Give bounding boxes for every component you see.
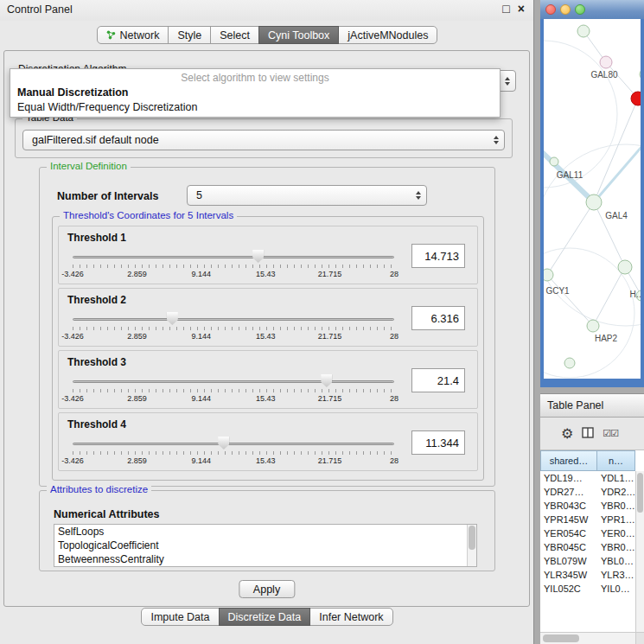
slider-track[interactable] — [73, 256, 394, 258]
table-header-row: shared… n… — [540, 450, 644, 471]
table-row[interactable]: YBR045CYBR0… — [540, 540, 635, 554]
slider-track[interactable] — [73, 443, 394, 445]
tab-style[interactable]: Style — [168, 26, 211, 44]
scrollbar-thumb[interactable] — [469, 526, 475, 550]
network-node[interactable] — [618, 260, 632, 274]
network-window-titlebar[interactable] — [540, 0, 644, 19]
threshold-value-input[interactable] — [411, 244, 465, 268]
threshold-value-input[interactable] — [411, 430, 465, 455]
network-node[interactable] — [577, 25, 590, 37]
tab-discretize-data[interactable]: Discretize Data — [219, 608, 311, 626]
dropdown-hint: Select algorithm to view settings — [10, 69, 500, 85]
minimize-icon[interactable]: □ — [502, 2, 509, 16]
attributes-list[interactable]: SelfLoopsTopologicalCoefficientBetweenne… — [54, 524, 477, 567]
slider-tick-label: 2.859 — [127, 270, 147, 278]
slider-tick-label: -3.426 — [61, 332, 84, 341]
slider-track[interactable] — [73, 318, 394, 321]
attributes-list-scrollbar[interactable] — [467, 525, 476, 566]
slider-thumb[interactable] — [218, 437, 229, 450]
slider-thumb[interactable] — [252, 250, 264, 263]
network-node[interactable] — [587, 320, 599, 332]
table-row[interactable]: YIL052CYIL0… — [540, 582, 635, 596]
slider-tick-label: -3.426 — [61, 394, 84, 403]
node-table: shared… n… YDL19…YDL1…YDR27…YDR2…YBR043C… — [540, 450, 644, 644]
tab-impute-data[interactable]: Impute Data — [141, 608, 219, 626]
cell-name: YDL1… — [597, 471, 635, 485]
scrollbar-thumb[interactable] — [543, 634, 579, 642]
slider-tick-label: 15.43 — [256, 456, 276, 465]
threshold-slider[interactable]: -3.4262.8599.14415.4321.71528 — [73, 372, 394, 406]
network-node[interactable] — [564, 358, 575, 368]
table-horizontal-scrollbar[interactable] — [540, 632, 635, 644]
table-data-select[interactable]: galFiltered.sif default node — [22, 130, 505, 150]
close-icon[interactable]: × — [518, 2, 525, 16]
attribute-item-topologicalcoefficient[interactable]: TopologicalCoefficient — [54, 539, 466, 552]
table-row[interactable]: YPR145WYPR1… — [540, 513, 635, 526]
table-row[interactable]: YBR043CYBR0… — [540, 499, 635, 513]
threshold-slider[interactable]: -3.4262.8599.14415.4321.71528 — [73, 247, 394, 282]
network-node[interactable] — [586, 194, 602, 210]
column-header-shared-name[interactable]: shared… — [540, 450, 597, 471]
cell-shared-name: YLR345W — [540, 568, 597, 582]
control-panel-window: Control Panel □ × NetworkStyleSelectCyni… — [0, 0, 534, 644]
network-node[interactable] — [631, 92, 641, 105]
table-row[interactable]: YDL19…YDL1… — [540, 471, 635, 485]
tab-infer-network[interactable]: Infer Network — [309, 608, 392, 626]
threshold-value-input[interactable] — [411, 368, 465, 392]
network-node[interactable] — [640, 68, 641, 80]
threshold-slider[interactable]: -3.4262.8599.14415.4321.71528 — [73, 309, 394, 344]
attributes-group-title: Attributes to discretize — [47, 484, 151, 494]
table-vertical-scrollbar[interactable] — [635, 471, 644, 632]
table-row[interactable]: YDR27…YDR2… — [540, 485, 635, 499]
cell-name: YLR3… — [597, 568, 635, 582]
slider-thumb[interactable] — [321, 374, 332, 387]
scrollbar-thumb[interactable] — [637, 473, 643, 513]
gear-icon[interactable]: ⚙ — [561, 427, 573, 441]
slider-track[interactable] — [73, 380, 394, 383]
tab-label: Cyni Toolbox — [268, 29, 329, 41]
attribute-item-betweennesscentrality[interactable]: BetweennessCentrality — [54, 552, 466, 566]
combo-stepper-icon[interactable] — [505, 77, 510, 86]
slider-tick-label: 2.859 — [127, 394, 147, 403]
cell-name: YIL0… — [597, 582, 635, 596]
network-node[interactable] — [544, 269, 553, 281]
mac-zoom-button[interactable] — [575, 4, 585, 15]
combo-stepper-icon[interactable] — [494, 136, 499, 144]
slider-tick-label: 21.715 — [318, 332, 342, 341]
threshold-value-input[interactable] — [411, 306, 465, 330]
table-data-group: Table Data galFiltered.sif default node — [15, 118, 513, 158]
tab-network[interactable]: Network — [97, 26, 169, 44]
network-node[interactable] — [600, 56, 612, 68]
tab-cyni-toolbox[interactable]: Cyni Toolbox — [258, 26, 339, 44]
table-panel-toolbar: ⚙ ☑☑ — [540, 418, 644, 450]
network-edge — [594, 99, 638, 202]
slider-tick-label: 21.715 — [318, 270, 342, 278]
select-all-checkbox-icon[interactable]: ☑☑ — [603, 429, 618, 438]
slider-tick-label: 15.43 — [256, 270, 276, 278]
mac-close-button[interactable] — [545, 4, 556, 15]
network-canvas[interactable]: GAL80GAL11GAL4GCY1H…HAP2 — [544, 19, 641, 379]
attribute-item-selfloops[interactable]: SelfLoops — [54, 525, 466, 539]
tab-select[interactable]: Select — [210, 26, 259, 44]
table-row[interactable]: YER054CYER0… — [540, 526, 635, 540]
slider-thumb[interactable] — [167, 312, 178, 325]
number-of-intervals-select[interactable]: 5 — [187, 185, 427, 206]
combo-stepper-icon[interactable] — [416, 191, 421, 200]
tab-jactivemnodules[interactable]: jActiveMNodules — [338, 26, 437, 44]
table-panel-header[interactable]: Table Panel — [540, 393, 644, 418]
mac-minimize-button[interactable] — [560, 4, 571, 15]
threshold-label: Threshold 3 — [67, 356, 126, 368]
algorithm-option-manual-discretization[interactable]: Manual Discretization — [10, 85, 500, 99]
table-row[interactable]: YLR345WYLR3… — [540, 568, 635, 582]
column-header-name[interactable]: n… — [597, 450, 635, 471]
slider-tick-label: 15.43 — [256, 394, 276, 403]
control-panel-titlebar[interactable]: Control Panel □ × — [0, 0, 533, 21]
threshold-slider[interactable]: -3.4262.8599.14415.4321.71528 — [73, 434, 394, 469]
algorithm-option-equal-width-frequency-discretization[interactable]: Equal Width/Frequency Discretization — [10, 99, 500, 114]
table-row[interactable]: YBL079WYBL0… — [540, 554, 635, 568]
table-columns-icon[interactable] — [582, 427, 594, 441]
apply-button[interactable]: Apply — [239, 580, 295, 598]
network-node[interactable] — [550, 157, 558, 166]
tab-label: Style — [177, 29, 201, 41]
cell-shared-name: YBL079W — [540, 554, 597, 568]
